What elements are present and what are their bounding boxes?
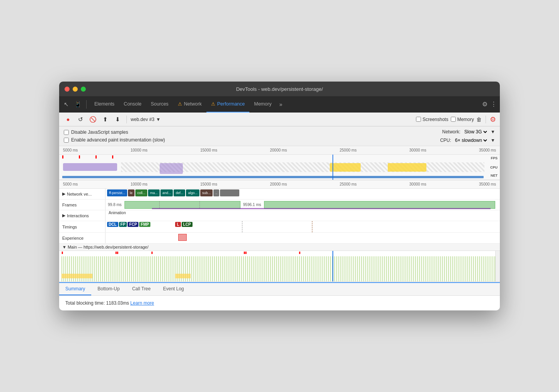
bottom-tabs: Summary Bottom-Up Call Tree Event Log	[59, 283, 500, 296]
memory-label-text: Memory	[457, 117, 474, 122]
red-tick-4: ▮▮	[244, 251, 247, 253]
profile-dropdown-icon: ▼	[156, 117, 160, 122]
tab-call-tree[interactable]: Call Tree	[126, 283, 157, 295]
traffic-lights	[65, 87, 86, 92]
scrollbar-right-flame[interactable]	[495, 251, 500, 281]
tab-memory[interactable]: Memory	[249, 96, 276, 112]
devtools-window: DevTools - web.dev/persistent-storage/ ↖…	[59, 82, 500, 310]
red-marker-1	[62, 155, 63, 159]
disable-js-checkbox[interactable]	[64, 130, 69, 135]
disable-js-text: Disable JavaScript samples	[71, 130, 128, 135]
lcp-chip[interactable]: LCP	[182, 222, 193, 227]
interactions-row-content: Animation	[106, 210, 495, 221]
close-button[interactable]	[65, 87, 70, 92]
flame-bars-area[interactable]: ▮ ▮▮ ▮ ▮▮ ▮	[59, 251, 500, 282]
ruler-20000: 20000 ms	[270, 148, 287, 152]
chip-def[interactable]: def...	[174, 189, 185, 196]
profile-selector[interactable]: web.dev #3 ▼	[131, 117, 160, 122]
chip-and[interactable]: and...	[160, 189, 173, 196]
learn-more-link[interactable]: Learn more	[130, 300, 154, 306]
tab-sources[interactable]: Sources	[146, 96, 173, 112]
enable-paint-checkbox[interactable]	[64, 138, 69, 143]
network-label: Network:	[442, 129, 460, 135]
fcp-chip[interactable]: FCP	[128, 222, 138, 227]
maximize-button[interactable]	[81, 87, 86, 92]
frame-block-1[interactable]	[124, 201, 240, 209]
network-throttle-row: Network: Slow 3G ▼	[442, 129, 495, 135]
fps-cpu-area: FPS CPU NET	[59, 155, 500, 180]
cursor-icon[interactable]: ↖	[62, 100, 70, 109]
experience-row-content	[106, 233, 495, 243]
memory-checkbox-label[interactable]: Memory	[451, 117, 474, 122]
clear-button[interactable]: 🗑	[476, 116, 482, 123]
tab-summary[interactable]: Summary	[59, 283, 91, 295]
frame-block-2[interactable]	[264, 201, 495, 209]
detail-15000: 15000 ms	[200, 182, 217, 186]
memory-checkbox[interactable]	[451, 117, 456, 122]
reload-record-button[interactable]: ↺	[75, 114, 85, 124]
dcl-chip[interactable]: DCL	[107, 222, 118, 227]
blocking-time-text: Total blocking time: 1183.03ms	[65, 300, 129, 306]
frames-row: Frames 99.8 ms 9596.1 ms	[59, 199, 500, 210]
download-button[interactable]: ⬇	[112, 114, 123, 124]
tab-console[interactable]: Console	[119, 96, 146, 112]
interactions-row-label[interactable]: ▶ Interactions	[59, 210, 106, 221]
tab-bottom-up[interactable]: Bottom-Up	[91, 283, 126, 295]
chip-ma[interactable]: ma...	[148, 189, 160, 196]
enable-paint-text: Enable advanced paint instrumentation (s…	[71, 137, 165, 143]
chip-sub[interactable]: sub...	[200, 189, 213, 196]
detail-20000: 20000 ms	[270, 182, 287, 186]
performance-settings-icon[interactable]: ⚙	[490, 115, 496, 124]
cpu-label: CPU	[490, 165, 498, 169]
timings-row-content: DCL FP FCP FMP L LCP	[106, 221, 495, 232]
detail-5000: 5000 ms	[63, 182, 78, 186]
chip-dots[interactable]: ..	[213, 189, 219, 196]
cpu-select[interactable]: 6× slowdown	[453, 137, 488, 143]
network-chips: ff-persist... le coll... ma... and... de…	[106, 189, 495, 197]
tab-elements[interactable]: Elements	[90, 96, 119, 112]
experience-row: Experience	[59, 233, 500, 244]
fmp-chip[interactable]: FMP	[139, 222, 150, 227]
fp-chip[interactable]: FP	[119, 222, 127, 227]
timings-label: Timings	[62, 225, 77, 229]
upload-button[interactable]: ⬆	[100, 114, 110, 124]
l-chip[interactable]: L	[175, 222, 181, 227]
chip-le[interactable]: le	[128, 189, 135, 196]
network-row-label[interactable]: ▶ Network ve...	[59, 189, 106, 199]
tab-performance[interactable]: ⚠ Performance	[206, 96, 250, 112]
minimize-button[interactable]	[73, 87, 78, 92]
chip-coll[interactable]: coll...	[135, 189, 147, 196]
chip-algo[interactable]: algo...	[186, 189, 199, 196]
tab-performance-label: Performance	[217, 101, 245, 107]
toolbar-separator-1	[126, 116, 127, 123]
titlebar: DevTools - web.dev/persistent-storage/	[59, 82, 500, 96]
chip-ff-persist[interactable]: ff-persist...	[107, 189, 127, 196]
disable-js-label[interactable]: Disable JavaScript samples	[64, 130, 432, 135]
more-tabs-button[interactable]: »	[276, 101, 285, 107]
network-select[interactable]: Slow 3G	[463, 129, 488, 135]
tab-console-label: Console	[124, 101, 141, 107]
network-row-content: ff-persist... le coll... ma... and... de…	[106, 189, 495, 199]
more-options-icon[interactable]: ⋮	[491, 101, 497, 108]
experience-content	[106, 233, 495, 242]
experience-row-label: Experience	[59, 233, 106, 243]
device-icon[interactable]: 📱	[73, 100, 83, 109]
record-button[interactable]: ●	[63, 114, 73, 124]
yellow-block-2	[388, 163, 426, 172]
enable-paint-label[interactable]: Enable advanced paint instrumentation (s…	[64, 137, 432, 143]
stop-button[interactable]: 🚫	[88, 114, 98, 124]
tab-network[interactable]: ⚠ Network	[173, 96, 206, 112]
cpu-throttle-row: CPU: 6× slowdown ▼	[440, 137, 495, 143]
tab-event-log[interactable]: Event Log	[157, 283, 190, 295]
settings-icon[interactable]: ⚙	[482, 101, 487, 108]
frames-label: Frames	[62, 203, 77, 207]
ruler-15000: 15000 ms	[200, 148, 217, 152]
tab-sources-label: Sources	[151, 101, 169, 107]
screenshots-label-text: Screenshots	[423, 117, 448, 122]
experience-rect[interactable]	[178, 234, 187, 241]
red-marker-4	[112, 155, 113, 159]
frame-time-2: 9596.1 ms	[241, 203, 264, 207]
screenshots-checkbox-label[interactable]: Screenshots	[416, 117, 448, 122]
chip-gray-end[interactable]	[220, 189, 239, 196]
screenshots-checkbox[interactable]	[416, 117, 421, 122]
